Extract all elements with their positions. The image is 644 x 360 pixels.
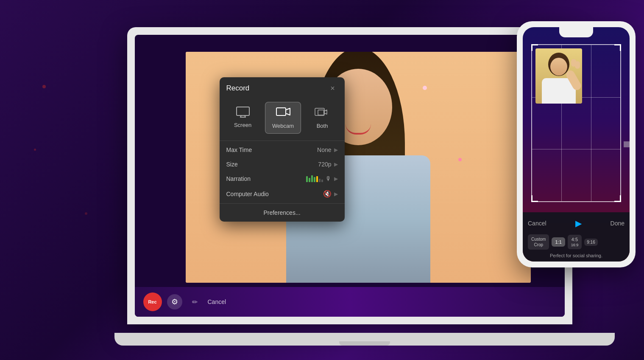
- narration-chevron-icon: ▶: [334, 176, 338, 182]
- phone-screen: Cancel ▶ Done CustomCrop 1:1 4:: [523, 27, 630, 262]
- laptop-screen: ✦ ▾ Record ×: [135, 35, 565, 317]
- screen-content: ✦ ▾ Record ×: [135, 35, 565, 317]
- mic-icon: 🎙: [326, 175, 332, 182]
- phone-cancel-button[interactable]: Cancel: [528, 220, 546, 227]
- size-row[interactable]: Size 720p ▶: [220, 157, 345, 172]
- crop-9x16-label: 9:16: [587, 240, 595, 245]
- audio-bar-6: [319, 179, 321, 182]
- crop-1x1-label: 1:1: [555, 239, 561, 245]
- screen-bottom-bar: Rec ⚙ ✏ Cancel: [135, 287, 565, 317]
- crop-4x5-button[interactable]: 4:5 16:9: [568, 235, 582, 249]
- rec-label: Rec: [148, 299, 156, 304]
- laptop-notch: [339, 341, 390, 346]
- preferences-label: Preferences...: [263, 209, 300, 216]
- svg-marker-5: [286, 108, 290, 115]
- size-chevron-icon: ▶: [334, 161, 338, 167]
- webcam-icon: [276, 107, 290, 120]
- audio-bar-1: [306, 176, 308, 182]
- computer-audio-row[interactable]: Computer Audio 🔇 ▶: [220, 186, 345, 202]
- custom-crop-label: CustomCrop: [531, 236, 546, 248]
- narration-value: 🎙 ▶: [306, 175, 338, 182]
- laptop-base: [114, 333, 615, 346]
- phone-play-button[interactable]: ▶: [572, 217, 585, 230]
- cancel-label: Cancel: [208, 298, 226, 305]
- settings-section: Max Time None ▶ Size 720p ▶: [220, 141, 345, 203]
- size-label: Size: [226, 161, 238, 168]
- source-button-webcam[interactable]: Webcam: [265, 102, 301, 134]
- dialog-title: Record: [226, 84, 250, 93]
- preferences-row[interactable]: Preferences...: [220, 203, 345, 222]
- svg-rect-6: [315, 108, 324, 115]
- record-dialog: Record ×: [220, 77, 345, 222]
- both-icon: [315, 107, 330, 120]
- audio-bar-2: [309, 178, 310, 182]
- grid-horizontal-2: [532, 149, 620, 149]
- phone-body: Cancel ▶ Done CustomCrop 1:1 4:: [517, 21, 636, 267]
- gear-icon: ⚙: [171, 297, 178, 307]
- phone-action-row: Cancel ▶ Done: [528, 217, 624, 230]
- audio-bar-4: [314, 177, 315, 182]
- audio-bar-7: [321, 180, 323, 182]
- max-time-text: None: [317, 146, 331, 153]
- phone-bottom-controls: Cancel ▶ Done CustomCrop 1:1 4:: [523, 212, 630, 262]
- computer-audio-chevron-icon: ▶: [334, 191, 338, 197]
- crop-custom-button[interactable]: CustomCrop: [528, 234, 549, 250]
- svg-rect-7: [318, 110, 324, 115]
- settings-button[interactable]: ⚙: [167, 294, 182, 309]
- phone-notch: [559, 27, 593, 37]
- crop-options: CustomCrop 1:1 4:5 16:9 9:16: [528, 234, 624, 250]
- size-value: 720p ▶: [318, 161, 337, 168]
- phone-done-button[interactable]: Done: [611, 220, 624, 227]
- screen-icon: [236, 107, 250, 119]
- computer-audio-label: Computer Audio: [226, 191, 269, 197]
- close-icon: ×: [330, 84, 335, 93]
- corner-br: [614, 195, 621, 202]
- rec-button[interactable]: Rec: [143, 292, 162, 311]
- phone-thumbnail: [535, 48, 582, 104]
- dialog-header: Record ×: [220, 77, 345, 98]
- grid-vertical-2: [591, 45, 591, 201]
- phone: Cancel ▶ Done CustomCrop 1:1 4:: [517, 21, 636, 267]
- chevron-right-icon: ▶: [334, 147, 338, 153]
- source-label-webcam: Webcam: [272, 123, 294, 129]
- source-button-both[interactable]: Both: [307, 102, 337, 134]
- cancel-button[interactable]: Cancel: [208, 298, 226, 305]
- audio-bar-5: [316, 176, 318, 182]
- dialog-close-button[interactable]: ×: [328, 83, 338, 93]
- source-label-both: Both: [317, 123, 328, 129]
- center-indicator: [624, 141, 630, 147]
- size-text: 720p: [318, 161, 331, 168]
- source-buttons-group: Screen Webcam: [220, 98, 345, 141]
- phone-caption: Perfect for social sharing.: [528, 253, 624, 258]
- pencil-button[interactable]: ✏: [187, 294, 203, 309]
- speaker-muted-icon: 🔇: [323, 190, 332, 198]
- laptop-body: ✦ ▾ Record ×: [127, 27, 572, 324]
- narration-label: Narration: [226, 175, 251, 182]
- source-button-screen[interactable]: Screen: [227, 102, 259, 134]
- max-time-label: Max Time: [226, 146, 252, 153]
- crop-4x5-label: 4:5: [572, 237, 578, 242]
- svg-rect-4: [276, 108, 286, 115]
- narration-row[interactable]: Narration: [220, 172, 345, 186]
- max-time-value: None ▶: [317, 146, 337, 153]
- play-icon: ▶: [575, 218, 582, 228]
- corner-tr: [614, 44, 621, 51]
- crop-16x9-label: 16:9: [571, 243, 579, 247]
- audio-level-bars: [306, 175, 323, 182]
- svg-rect-0: [237, 107, 249, 115]
- pencil-icon: ✏: [192, 298, 198, 306]
- crop-1x1-button[interactable]: 1:1: [552, 237, 565, 247]
- max-time-row[interactable]: Max Time None ▶: [220, 143, 345, 157]
- computer-audio-value: 🔇 ▶: [323, 190, 338, 198]
- crop-9x16-button[interactable]: 9:16: [584, 239, 597, 246]
- audio-bar-3: [311, 175, 313, 182]
- corner-bl: [531, 195, 538, 202]
- source-label-screen: Screen: [234, 122, 251, 128]
